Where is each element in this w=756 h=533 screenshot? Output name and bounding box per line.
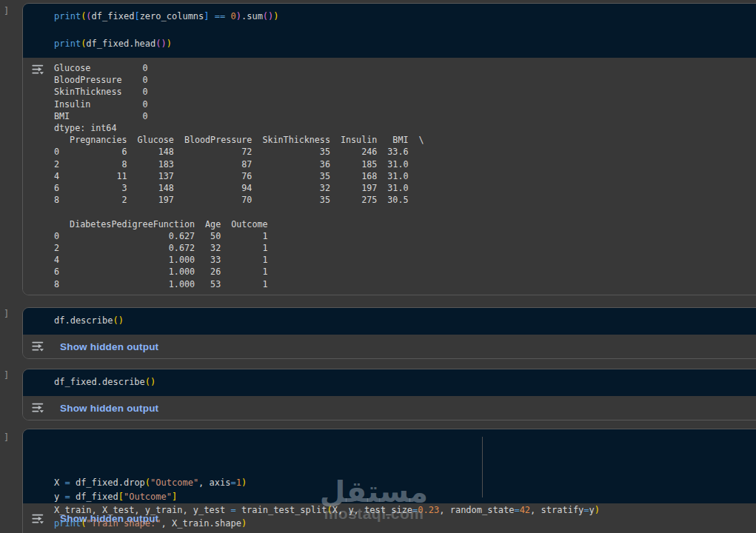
- code-editor[interactable]: df.describe(): [23, 308, 756, 335]
- code-cell: print((df_fixed[zero_columns] == 0).sum(…: [22, 3, 756, 295]
- column-ruler: [482, 437, 483, 497]
- execution-count-indicator[interactable]: ]: [4, 6, 9, 16]
- cell-output-area: Show hidden output: [23, 335, 756, 358]
- show-hidden-output-button[interactable]: Show hidden output: [60, 341, 158, 352]
- code-editor[interactable]: print((df_fixed[zero_columns] == 0).sum(…: [23, 4, 756, 58]
- cell-output-text: Glucose 0 BloodPressure 0 SkinThickness …: [54, 62, 756, 290]
- output-toggle-icon[interactable]: [30, 62, 45, 77]
- execution-count-indicator[interactable]: ]: [4, 370, 9, 381]
- cell-output-area: Show hidden output: [23, 396, 756, 420]
- code-cell: df.describe() Show hidden output: [22, 307, 756, 359]
- execution-count-indicator[interactable]: ]: [4, 309, 9, 319]
- output-toggle-icon[interactable]: [30, 339, 45, 354]
- show-hidden-output-button[interactable]: Show hidden output: [60, 403, 158, 414]
- output-toggle-icon[interactable]: [30, 400, 45, 415]
- code-cell: df_fixed.describe() Show hidden output: [22, 369, 756, 420]
- code-cell: X = df_fixed.drop("Outcome", axis=1)y = …: [22, 429, 756, 533]
- code-editor[interactable]: X = df_fixed.drop("Outcome", axis=1)y = …: [23, 429, 756, 503]
- cell-output-area: Glucose 0 BloodPressure 0 SkinThickness …: [23, 58, 756, 295]
- execution-count-indicator[interactable]: ]: [4, 432, 9, 443]
- code-editor[interactable]: df_fixed.describe(): [23, 369, 756, 396]
- output-toggle-icon[interactable]: [30, 512, 45, 526]
